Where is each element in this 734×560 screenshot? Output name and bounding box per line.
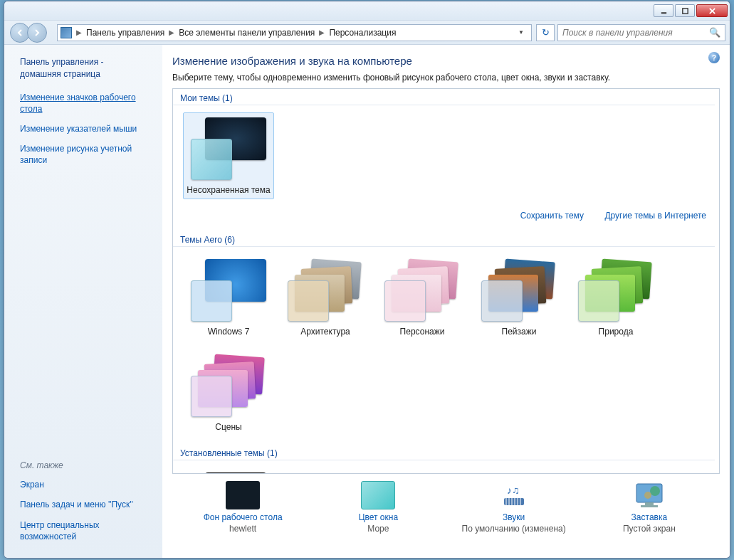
minimize-button[interactable] xyxy=(654,4,673,17)
theme-landscapes[interactable]: Пейзажи xyxy=(473,254,565,341)
breadcrumb-p0[interactable]: Панель управления xyxy=(83,26,167,39)
nav-bar: ▶ Панель управления ▶ Все элементы панел… xyxy=(4,21,730,45)
theme-scenes[interactable]: Сцены xyxy=(183,349,274,436)
address-dropdown-icon[interactable]: ▼ xyxy=(514,29,528,36)
close-button[interactable] xyxy=(696,4,728,17)
sounds-icon: ♪♫ xyxy=(497,481,531,509)
more-themes-link[interactable]: Другие темы в Интернете xyxy=(604,211,706,221)
sounds-button[interactable]: ♪♫ Звуки По умолчанию (изменена) xyxy=(451,481,577,534)
themes-list[interactable]: Мои темы (1) Несохраненная тема Сохранит… xyxy=(172,88,720,474)
svg-text:♪♫: ♪♫ xyxy=(507,485,520,496)
side-link-account-picture[interactable]: Изменение рисунка учетной записи xyxy=(20,143,154,166)
see-also-display[interactable]: Экран xyxy=(20,479,154,490)
address-bar[interactable]: ▶ Панель управления ▶ Все элементы панел… xyxy=(57,24,532,41)
chevron-right-icon[interactable]: ▶ xyxy=(167,28,176,36)
wallpaper-icon xyxy=(226,481,260,509)
svg-rect-1 xyxy=(682,8,687,13)
see-also-header: См. также xyxy=(20,460,154,470)
theme-characters[interactable]: Персонажи xyxy=(377,254,468,341)
window: ▶ Панель управления ▶ Все элементы панел… xyxy=(4,1,730,559)
search-input[interactable] xyxy=(562,28,709,38)
svg-rect-3 xyxy=(504,498,524,505)
maximize-button[interactable] xyxy=(675,4,695,17)
sidebar: Панель управления - домашняя страница Из… xyxy=(4,45,162,558)
see-also: См. также Экран Панель задач и меню ''Пу… xyxy=(20,449,154,551)
cp-home-link[interactable]: Панель управления - домашняя страница xyxy=(20,56,154,80)
svg-point-11 xyxy=(650,486,660,496)
refresh-button[interactable]: ↻ xyxy=(536,24,555,41)
svg-rect-14 xyxy=(641,505,658,507)
breadcrumb-p1[interactable]: Все элементы панели управления xyxy=(176,26,318,39)
chevron-right-icon[interactable]: ▶ xyxy=(318,28,326,36)
window-color-button[interactable]: Цвет окна Море xyxy=(315,481,441,534)
theme-architecture[interactable]: Архитектура xyxy=(280,254,371,341)
svg-point-12 xyxy=(644,492,651,499)
control-panel-icon xyxy=(61,27,72,38)
see-also-ease[interactable]: Центр специальных возможностей xyxy=(20,519,154,542)
page-subtitle: Выберите тему, чтобы одновременно измени… xyxy=(172,73,720,83)
svg-rect-13 xyxy=(645,502,654,505)
bottom-settings: Фон рабочего стола hewlett Цвет окна Мор… xyxy=(172,474,720,538)
theme-unsaved[interactable]: Несохраненная тема xyxy=(183,112,274,199)
breadcrumb-p2[interactable]: Персонализация xyxy=(326,26,399,39)
theme-actions: Сохранить тему Другие темы в Интернете xyxy=(173,208,719,231)
save-theme-link[interactable]: Сохранить тему xyxy=(520,211,584,221)
side-link-mouse-pointers[interactable]: Изменение указателей мыши xyxy=(20,123,154,134)
chevron-right-icon[interactable]: ▶ xyxy=(75,28,83,36)
desktop-background-button[interactable]: Фон рабочего стола hewlett xyxy=(180,481,305,534)
screensaver-button[interactable]: Заставка Пустой экран xyxy=(587,481,712,534)
page-title: Изменение изображения и звука на компьют… xyxy=(172,55,720,67)
group-installed-themes: Установленные темы (1) xyxy=(173,444,715,460)
see-also-taskbar[interactable]: Панель задач и меню ''Пуск'' xyxy=(20,499,154,510)
side-link-desktop-icons[interactable]: Изменение значков рабочего стола xyxy=(20,92,154,115)
theme-nature[interactable]: Природа xyxy=(570,254,661,341)
theme-windows7[interactable]: Windows 7 xyxy=(183,254,274,341)
screensaver-icon xyxy=(632,481,666,509)
forward-button[interactable] xyxy=(27,23,47,43)
color-icon xyxy=(361,481,395,509)
main-pane: ? Изменение изображения и звука на компь… xyxy=(162,45,730,558)
theme-installed-1[interactable] xyxy=(183,467,274,474)
help-icon[interactable]: ? xyxy=(708,52,720,63)
search-box[interactable]: 🔍 xyxy=(557,24,725,41)
group-aero-themes: Темы Aero (6) xyxy=(173,231,715,247)
search-icon[interactable]: 🔍 xyxy=(709,27,720,38)
titlebar xyxy=(4,1,730,21)
group-my-themes: Мои темы (1) xyxy=(173,89,715,105)
